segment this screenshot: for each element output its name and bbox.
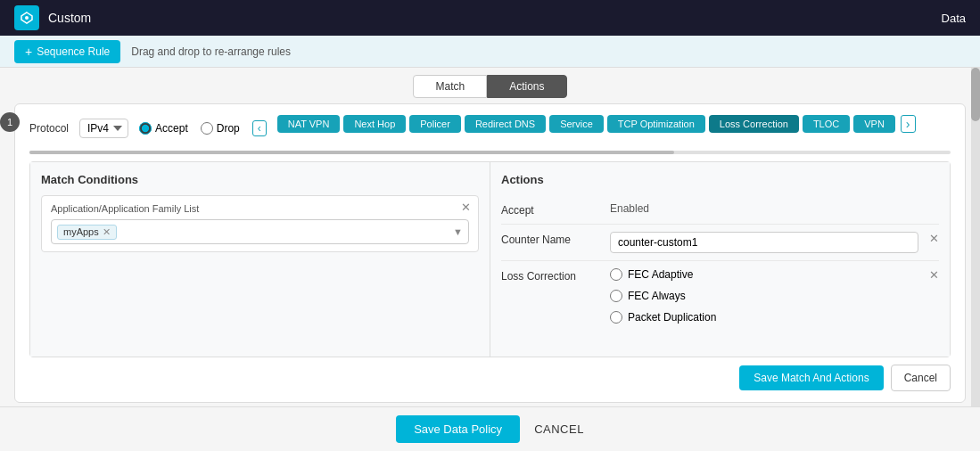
save-match-actions-button[interactable]: Save Match And Actions: [739, 365, 883, 390]
bottom-bar: Save Data Policy CANCEL: [0, 406, 980, 451]
app-icon: [14, 5, 39, 30]
loss-correction-label: Loss Correction: [501, 268, 599, 283]
scroll-indicator-bar: [29, 151, 674, 154]
app-family-tag-input[interactable]: myApps ✕ ▼: [51, 219, 469, 244]
sequence-bar: + Sequence Rule Drag and drop to re-arra…: [0, 36, 980, 68]
svg-point-1: [25, 16, 29, 20]
plus-icon: +: [25, 45, 32, 59]
rule-card: Protocol IPv4 Accept Drop ‹: [14, 103, 966, 403]
match-panel: Match Conditions Application/Application…: [30, 162, 490, 357]
tag-remove[interactable]: ✕: [103, 226, 111, 238]
app-family-close[interactable]: ✕: [461, 201, 471, 213]
match-panel-title: Match Conditions: [41, 173, 479, 186]
tab-redirect-dns[interactable]: Redirect DNS: [465, 115, 546, 133]
protocol-label: Protocol: [29, 122, 69, 135]
scroll-indicator: [29, 151, 951, 154]
accept-action-row: Accept Enabled: [501, 195, 939, 225]
counter-name-label: Counter Name: [501, 232, 599, 246]
tab-service[interactable]: Service: [549, 115, 604, 133]
tab-actions[interactable]: Actions: [487, 75, 566, 98]
scrollbar-thumb[interactable]: [971, 68, 980, 121]
fec-adaptive-radio[interactable]: [610, 268, 622, 281]
drop-radio-item[interactable]: Drop: [201, 122, 240, 135]
tag-label: myApps: [63, 226, 99, 237]
counter-name-input[interactable]: [610, 232, 918, 253]
protocol-select[interactable]: IPv4: [79, 119, 128, 138]
packet-duplication-radio[interactable]: [610, 311, 622, 324]
accept-row-value: Enabled: [610, 202, 939, 215]
cancel-button[interactable]: Cancel: [891, 365, 951, 391]
radio-group: Accept Drop ‹: [139, 120, 267, 136]
tab-tcp-optimization[interactable]: TCP Optimization: [607, 115, 705, 133]
panels: Match Conditions Application/Application…: [29, 161, 951, 357]
tab-loss-correction[interactable]: Loss Correction: [709, 115, 799, 133]
top-bar: Custom Data: [0, 0, 980, 36]
accept-label: Accept: [155, 122, 188, 135]
scroll-left-arrow[interactable]: ‹: [252, 120, 267, 136]
fec-always-label: FEC Always: [628, 290, 686, 302]
app-title: Custom: [48, 11, 91, 25]
tab-next-hop[interactable]: Next Hop: [343, 115, 406, 133]
fec-always-option[interactable]: FEC Always: [610, 290, 918, 302]
fec-adaptive-option[interactable]: FEC Adaptive: [610, 268, 918, 281]
action-tabs-strip: NAT VPN Next Hop Policer Redirect DNS Se…: [277, 115, 916, 133]
app-family-label: Application/Application Family List: [51, 203, 469, 214]
packet-duplication-label: Packet Duplication: [628, 311, 716, 324]
actions-panel: Actions Accept Enabled Counter Name ✕: [490, 162, 950, 357]
tag-input-arrow: ▼: [453, 226, 463, 237]
top-bar-left: Custom: [14, 5, 91, 30]
packet-duplication-option[interactable]: Packet Duplication: [610, 311, 918, 324]
actions-panel-title: Actions: [501, 173, 939, 186]
accept-radio-item[interactable]: Accept: [139, 122, 188, 135]
scrollbar-track[interactable]: [971, 68, 980, 406]
accept-radio[interactable]: [139, 122, 152, 135]
main-content: 1 Match Actions Protocol IPv4 Accept: [0, 68, 980, 406]
loss-correction-row: Loss Correction FEC Adaptive FEC Always: [501, 261, 939, 336]
sequence-hint: Drag and drop to re-arrange rules: [131, 45, 291, 58]
tab-toggle: Match Actions: [14, 75, 966, 98]
tab-policer[interactable]: Policer: [409, 115, 461, 133]
tab-nat-vpn[interactable]: NAT VPN: [277, 115, 341, 133]
sequence-rule-button[interactable]: + Sequence Rule: [14, 40, 120, 63]
loss-correction-close[interactable]: ✕: [929, 268, 939, 282]
app-family-field-group: Application/Application Family List ✕ my…: [41, 195, 479, 252]
fec-always-radio[interactable]: [610, 290, 622, 302]
save-data-policy-button[interactable]: Save Data Policy: [396, 415, 520, 443]
accept-row-label: Accept: [501, 202, 599, 217]
tab-vpn[interactable]: VPN: [853, 115, 895, 133]
top-bar-right-label: Data: [942, 12, 966, 25]
fec-adaptive-label: FEC Adaptive: [628, 268, 693, 281]
myapps-tag: myApps ✕: [57, 225, 117, 240]
drop-label: Drop: [217, 122, 240, 135]
card-wrapper: Match Actions Protocol IPv4 Accept D: [0, 68, 980, 406]
card-footer: Save Match And Actions Cancel: [29, 357, 951, 391]
scroll-right-arrow[interactable]: ›: [901, 115, 916, 133]
counter-name-close[interactable]: ✕: [929, 232, 939, 245]
tab-tloc[interactable]: TLOC: [803, 115, 850, 133]
counter-name-row: Counter Name ✕: [501, 225, 939, 261]
protocol-row: Protocol IPv4 Accept Drop ‹: [29, 115, 951, 142]
rule-number: 1: [0, 112, 20, 132]
tab-match[interactable]: Match: [413, 75, 487, 98]
drop-radio[interactable]: [201, 122, 213, 135]
loss-correction-options: FEC Adaptive FEC Always Packet Duplicati…: [610, 268, 918, 329]
cancel-policy-button[interactable]: CANCEL: [534, 422, 584, 436]
sequence-btn-label: Sequence Rule: [37, 45, 110, 58]
